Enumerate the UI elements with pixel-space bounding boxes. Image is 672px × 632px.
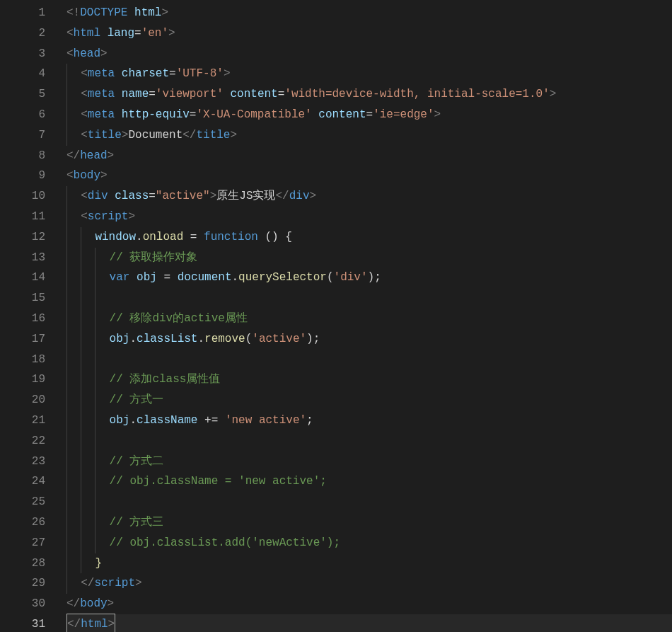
line-number: 21: [0, 410, 45, 431]
line-number: 29: [0, 573, 45, 594]
line-number: 19: [0, 369, 45, 390]
line-number: 5: [0, 84, 45, 105]
line-number: 28: [0, 553, 45, 574]
code-line[interactable]: obj.className += 'new active';: [66, 410, 672, 431]
line-number: 23: [0, 452, 45, 472]
line-number: 18: [0, 350, 45, 370]
line-number: 4: [0, 64, 45, 84]
line-number: 8: [0, 146, 45, 166]
code-line[interactable]: // 获取操作对象: [66, 248, 672, 268]
line-number: 1: [0, 3, 45, 23]
code-line[interactable]: // obj.className = 'new active';: [66, 471, 672, 492]
line-number: 22: [0, 431, 45, 452]
line-number: 9: [0, 166, 45, 186]
line-number: 6: [0, 105, 45, 125]
code-line[interactable]: [66, 288, 672, 309]
code-line[interactable]: // 添加class属性值: [66, 369, 672, 390]
code-area[interactable]: <!DOCTYPE html><html lang='en'><head> <m…: [51, 3, 672, 632]
code-line[interactable]: </html>: [66, 614, 672, 632]
code-line[interactable]: <meta http-equiv='X-UA-Compatible' conte…: [66, 105, 672, 125]
code-line[interactable]: // 移除div的active属性: [66, 309, 672, 329]
line-number: 3: [0, 44, 45, 64]
code-line[interactable]: <head>: [66, 44, 672, 64]
code-line[interactable]: [66, 350, 672, 370]
line-number: 31: [0, 614, 45, 632]
code-line[interactable]: <!DOCTYPE html>: [66, 3, 672, 23]
code-line[interactable]: </head>: [66, 146, 672, 166]
line-number: 13: [0, 248, 45, 268]
code-line[interactable]: <html lang='en'>: [66, 23, 672, 44]
code-line[interactable]: </body>: [66, 594, 672, 614]
code-line[interactable]: // 方式三: [66, 512, 672, 533]
line-number: 11: [0, 207, 45, 227]
line-number-gutter: 1234567891011121314151617181920212223242…: [0, 3, 51, 632]
line-number: 20: [0, 390, 45, 410]
code-line[interactable]: obj.classList.remove('active');: [66, 329, 672, 350]
code-line[interactable]: // obj.classList.add('newActive');: [66, 533, 672, 553]
code-line[interactable]: // 方式二: [66, 452, 672, 472]
line-number: 24: [0, 471, 45, 492]
code-line[interactable]: <title>Document</title>: [66, 125, 672, 146]
code-line[interactable]: </script>: [66, 573, 672, 594]
code-line[interactable]: <div class="active">原生JS实现</div>: [66, 186, 672, 207]
line-number: 14: [0, 268, 45, 288]
line-number: 10: [0, 186, 45, 207]
code-line[interactable]: [66, 492, 672, 512]
line-number: 16: [0, 309, 45, 329]
code-line[interactable]: // 方式一: [66, 390, 672, 410]
code-line[interactable]: <meta charset='UTF-8'>: [66, 64, 672, 84]
code-line[interactable]: <meta name='viewport' content='width=dev…: [66, 84, 672, 105]
line-number: 2: [0, 23, 45, 44]
line-number: 25: [0, 492, 45, 512]
line-number: 12: [0, 227, 45, 248]
line-number: 7: [0, 125, 45, 146]
code-line[interactable]: <body>: [66, 166, 672, 186]
line-number: 26: [0, 512, 45, 533]
line-number: 17: [0, 329, 45, 350]
code-line[interactable]: var obj = document.querySelector('div');: [66, 268, 672, 288]
code-line[interactable]: }: [66, 553, 672, 574]
line-number: 27: [0, 533, 45, 553]
code-line[interactable]: [66, 431, 672, 452]
code-editor[interactable]: 1234567891011121314151617181920212223242…: [0, 0, 672, 632]
line-number: 30: [0, 594, 45, 614]
code-line[interactable]: <script>: [66, 207, 672, 227]
line-number: 15: [0, 288, 45, 309]
code-line[interactable]: window.onload = function () {: [66, 227, 672, 248]
